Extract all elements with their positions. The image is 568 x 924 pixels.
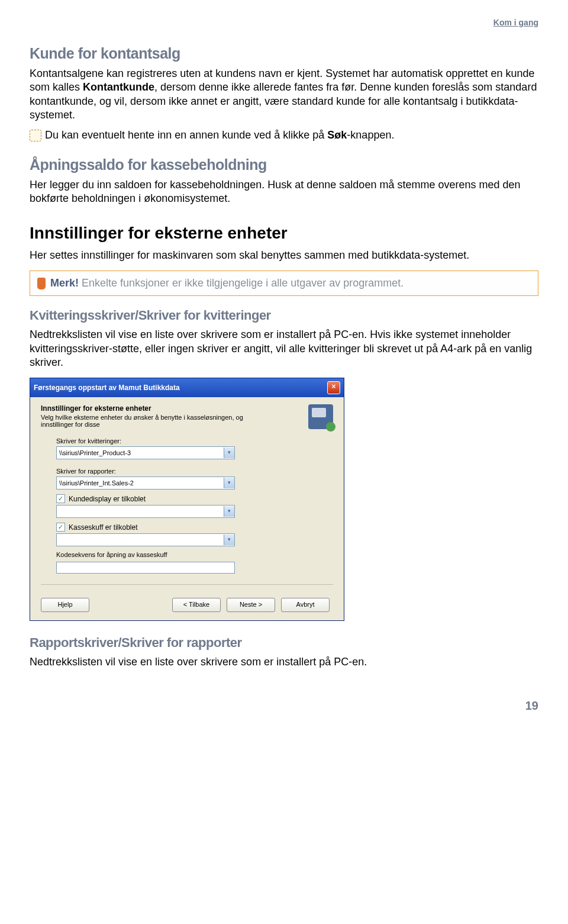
- chevron-down-icon: ▾: [224, 478, 234, 488]
- dialog-description: Velg hvilke eksterne enheter du ønsker å…: [41, 414, 266, 428]
- select-printer-receipts[interactable]: \\sirius\Printer_Product-3 ▾: [56, 446, 235, 459]
- dialog-titlebar: Førstegangs oppstart av Mamut Butikkdata…: [30, 378, 344, 397]
- checkbox-cash-drawer[interactable]: ✓: [56, 523, 65, 532]
- cancel-button[interactable]: Avbryt: [281, 598, 330, 612]
- dialog-subtitle: Innstillinger for eksterne enheter: [41, 404, 308, 413]
- note-icon: [37, 278, 46, 289]
- page-number: 19: [30, 699, 538, 713]
- input-drawer-sequence[interactable]: [56, 562, 235, 574]
- next-button[interactable]: Neste >: [227, 598, 275, 612]
- select-cash-drawer[interactable]: ▾: [56, 533, 235, 546]
- heading-apningssaldo: Åpningssaldo for kassebeholdning: [30, 156, 538, 173]
- heading-kunde-kontantsalg: Kunde for kontantsalg: [30, 45, 538, 62]
- heading-rapportskriver: Rapportskriver/Skriver for rapporter: [30, 635, 538, 651]
- label-printer-reports: Skriver for rapporter:: [56, 468, 333, 475]
- select-printer-reports[interactable]: \\sirius\Printer_Int.Sales-2 ▾: [56, 477, 235, 490]
- tip-icon: [30, 130, 41, 141]
- label-drawer-sequence: Kodesekvens for åpning av kasseskuff: [56, 551, 333, 558]
- settings-dialog: Førstegangs oppstart av Mamut Butikkdata…: [30, 378, 344, 621]
- select-customer-display[interactable]: ▾: [56, 505, 235, 518]
- close-button[interactable]: ×: [327, 381, 340, 394]
- heading-kvitteringsskriver: Kvitteringsskriver/Skriver for kvitterin…: [30, 308, 538, 323]
- back-button[interactable]: < Tilbake: [172, 598, 221, 612]
- chevron-down-icon: ▾: [224, 535, 234, 545]
- label-printer-receipts: Skriver for kvitteringer:: [56, 437, 333, 445]
- paragraph: Kontantsalgene kan registreres uten at k…: [30, 67, 538, 123]
- pos-icon: [308, 404, 333, 429]
- heading-innstillinger-eksterne: Innstillinger for eksterne enheter: [30, 224, 538, 243]
- note-box: Merk! Enkelte funksjoner er ikke tilgjen…: [30, 271, 538, 296]
- paragraph: Her settes innstillinger for maskinvaren…: [30, 249, 538, 262]
- tip-row: Du kan eventuelt hente inn en annen kund…: [30, 128, 538, 142]
- paragraph: Nedtrekkslisten vil vise en liste over s…: [30, 655, 538, 669]
- chevron-down-icon: ▾: [224, 506, 234, 517]
- label-cash-drawer: Kasseskuff er tilkoblet: [69, 523, 138, 532]
- label-customer-display: Kundedisplay er tilkoblet: [69, 495, 146, 503]
- dialog-separator: [41, 584, 333, 585]
- help-button[interactable]: Hjelp: [41, 598, 89, 612]
- paragraph: Nedtrekkslisten vil vise en liste over s…: [30, 328, 538, 369]
- paragraph: Her legger du inn saldoen for kassebehol…: [30, 178, 538, 206]
- header-breadcrumb[interactable]: Kom i gang: [30, 18, 538, 27]
- dialog-title: Førstegangs oppstart av Mamut Butikkdata: [34, 384, 180, 392]
- chevron-down-icon: ▾: [224, 447, 234, 458]
- checkbox-customer-display[interactable]: ✓: [56, 494, 65, 503]
